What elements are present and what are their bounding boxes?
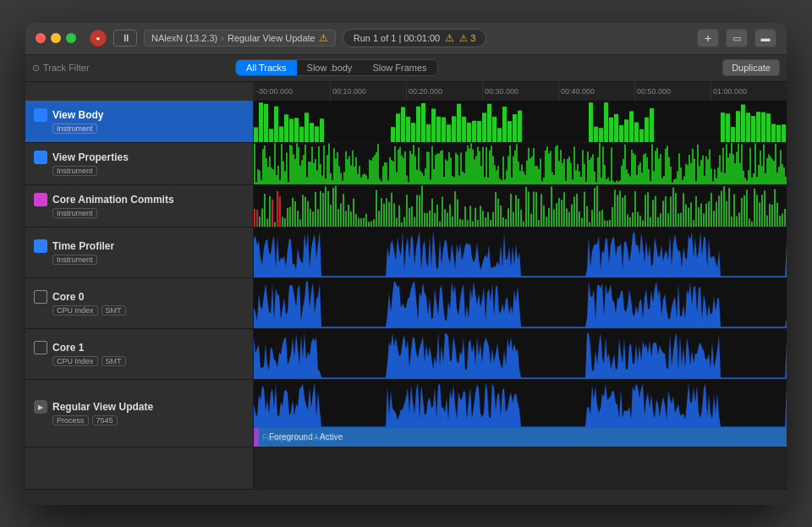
filter-icon: ⊙ bbox=[32, 63, 40, 74]
track-row[interactable]: ▶ Regular View Update Process 7545 Foreg… bbox=[25, 380, 787, 447]
track-tab-group: All Tracks Slow .body Slow Frames bbox=[235, 59, 438, 76]
timeline-area: -30:00.000 00:10.000 00:20.000 00:30.000… bbox=[25, 82, 787, 505]
breadcrumb[interactable]: NAlexN (13.2.3) › Regular View Update ⚠ bbox=[144, 30, 336, 47]
run-info: Run 1 of 1 | 00:01:00 ⚠ ⚠ 3 bbox=[343, 29, 487, 47]
time-marker-6: 01:00.000 bbox=[710, 82, 787, 101]
core1-canvas bbox=[254, 329, 787, 379]
empty-track-viz bbox=[254, 447, 787, 489]
warning-count: ⚠ 3 bbox=[459, 33, 475, 44]
time-marker-0: -30:00.000 bbox=[254, 82, 330, 101]
view-body-canvas bbox=[254, 101, 787, 142]
time-marker-2: 00:20.000 bbox=[406, 82, 482, 101]
maximize-button[interactable] bbox=[66, 33, 76, 43]
warning-count-icon: ⚠ bbox=[445, 32, 454, 44]
track-row[interactable]: Core Animation Commits Instrument bbox=[25, 185, 787, 228]
time-ruler: -30:00.000 00:10.000 00:20.000 00:30.000… bbox=[254, 82, 787, 101]
core0-viz bbox=[254, 278, 787, 328]
track-row[interactable]: Core 1 CPU Index SMT bbox=[25, 329, 787, 380]
core-anim-viz bbox=[254, 185, 787, 227]
empty-track-row bbox=[25, 447, 787, 490]
record-button[interactable]: ● bbox=[90, 30, 107, 47]
core1-checkbox-icon bbox=[34, 341, 47, 354]
device-label: NAlexN (13.2.3) bbox=[151, 33, 217, 43]
time-profiler-name: Time Profiler bbox=[52, 240, 114, 252]
empty-track-label bbox=[25, 447, 254, 489]
breadcrumb-warning-icon: ⚠ bbox=[319, 32, 328, 44]
rvu-tag-process: Process bbox=[52, 415, 89, 425]
filter-label: Track Filter bbox=[43, 63, 90, 73]
core0-tag-smt: SMT bbox=[102, 305, 126, 316]
track-row[interactable]: Core 0 CPU Index SMT bbox=[25, 278, 787, 329]
time-markers: -30:00.000 00:10.000 00:20.000 00:30.000… bbox=[254, 82, 787, 101]
tracks-container: View Body Instrument bbox=[25, 101, 787, 505]
core0-checkbox-icon bbox=[34, 290, 47, 304]
time-profiler-icon bbox=[34, 239, 47, 253]
core0-name: Core 0 bbox=[52, 291, 84, 303]
time-profiler-viz bbox=[254, 228, 787, 277]
layout1-button[interactable]: ▭ bbox=[726, 29, 748, 47]
track-row[interactable]: View Properties Instrument bbox=[25, 143, 787, 185]
purple-bar-icon bbox=[254, 428, 259, 447]
core1-viz bbox=[254, 329, 787, 379]
layout2-button[interactable]: ▬ bbox=[754, 29, 776, 47]
view-props-tag: Instrument bbox=[52, 166, 97, 176]
track-label-view-body: View Body Instrument bbox=[25, 101, 254, 142]
track-label-view-props: View Properties Instrument bbox=[25, 143, 254, 184]
close-button[interactable] bbox=[36, 33, 46, 43]
core-anim-name: Core Animation Commits bbox=[52, 194, 174, 206]
core1-tag-cpu: CPU Index bbox=[52, 356, 98, 366]
rvu-tag-pid: 7545 bbox=[92, 415, 118, 425]
core1-tag-smt: SMT bbox=[102, 356, 126, 366]
track-label-rvu: ▶ Regular View Update Process 7545 bbox=[25, 380, 254, 447]
track-label-core1: Core 1 CPU Index SMT bbox=[25, 329, 254, 379]
time-marker-5: 00:50.000 bbox=[634, 82, 710, 101]
timeline-header: -30:00.000 00:10.000 00:20.000 00:30.000… bbox=[25, 82, 787, 101]
core-anim-canvas bbox=[254, 185, 787, 227]
titlebar: ● ⏸ NAlexN (13.2.3) › Regular View Updat… bbox=[25, 23, 787, 55]
minimize-button[interactable] bbox=[51, 33, 61, 43]
run-info-text: Run 1 of 1 | 00:01:00 bbox=[354, 33, 441, 43]
fg-active-label: Foreground - Active bbox=[254, 428, 787, 447]
view-props-name: View Properties bbox=[52, 151, 129, 163]
main-window: ● ⏸ NAlexN (13.2.3) › Regular View Updat… bbox=[25, 23, 787, 505]
core0-tag-cpu: CPU Index bbox=[52, 305, 98, 316]
view-props-icon bbox=[34, 151, 47, 164]
view-body-viz bbox=[254, 101, 787, 142]
pause-button[interactable]: ⏸ bbox=[113, 30, 137, 47]
core-anim-icon bbox=[34, 193, 47, 206]
track-row[interactable]: View Body Instrument bbox=[25, 101, 787, 143]
core1-name: Core 1 bbox=[52, 342, 84, 354]
rvu-name: Regular View Update bbox=[52, 401, 153, 413]
view-body-tag: Instrument bbox=[52, 124, 97, 134]
view-props-canvas bbox=[254, 143, 787, 184]
view-body-icon bbox=[34, 108, 47, 122]
duplicate-button[interactable]: Duplicate bbox=[722, 59, 780, 76]
fg-active-text: Foreground - Active bbox=[269, 432, 343, 442]
rvu-viz: Foreground - Active bbox=[254, 380, 787, 447]
time-marker-3: 00:30.000 bbox=[482, 82, 558, 101]
time-marker-4: 00:40.000 bbox=[558, 82, 634, 101]
traffic-lights bbox=[36, 33, 76, 43]
track-label-core0: Core 0 CPU Index SMT bbox=[25, 278, 254, 328]
core-anim-tag: Instrument bbox=[52, 208, 97, 218]
tab-slow-frames[interactable]: Slow Frames bbox=[362, 60, 436, 75]
track-label-header bbox=[25, 82, 254, 101]
track-label-core-anim: Core Animation Commits Instrument bbox=[25, 185, 254, 227]
breadcrumb-arrow: › bbox=[221, 33, 224, 43]
time-profiler-tag: Instrument bbox=[52, 255, 97, 265]
core0-canvas bbox=[254, 278, 787, 328]
rvu-app-icon: ▶ bbox=[34, 400, 47, 414]
time-marker-1: 00:10.000 bbox=[330, 82, 406, 101]
main-content: -30:00.000 00:10.000 00:20.000 00:30.000… bbox=[25, 82, 787, 505]
track-label-time-profiler: Time Profiler Instrument bbox=[25, 228, 254, 277]
app-label: Regular View Update bbox=[228, 33, 315, 43]
filterbar: ⊙ Track Filter All Tracks Slow .body Slo… bbox=[25, 55, 787, 82]
track-filter[interactable]: ⊙ Track Filter bbox=[32, 63, 90, 74]
tab-slow-body[interactable]: Slow .body bbox=[297, 60, 363, 75]
tab-all-tracks[interactable]: All Tracks bbox=[236, 60, 297, 75]
time-profiler-canvas bbox=[254, 228, 787, 277]
add-button[interactable]: + bbox=[697, 29, 719, 47]
track-row[interactable]: Time Profiler Instrument bbox=[25, 228, 787, 278]
view-props-viz bbox=[254, 143, 787, 184]
view-body-name: View Body bbox=[52, 109, 103, 121]
